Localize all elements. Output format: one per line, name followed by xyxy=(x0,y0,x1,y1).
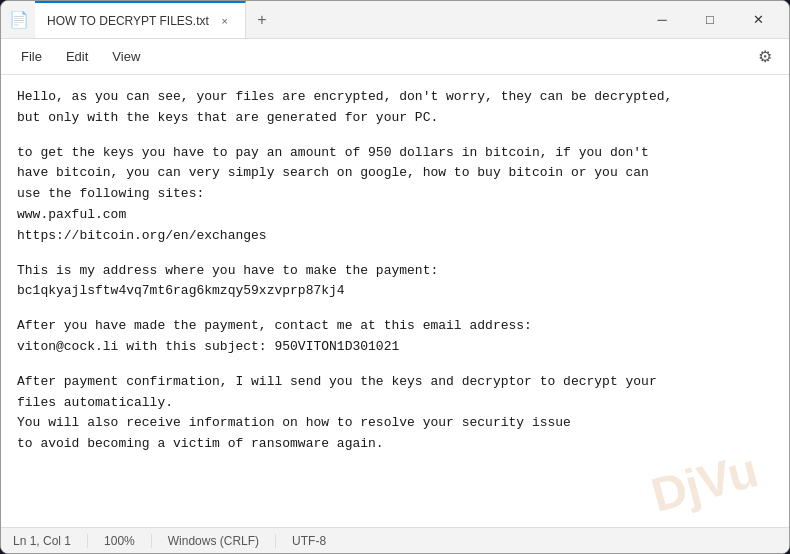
cursor-position: Ln 1, Col 1 xyxy=(13,534,88,548)
title-bar: 📄 HOW TO DECRYPT FILES.txt × + ─ □ ✕ xyxy=(1,1,789,39)
notepad-window: 📄 HOW TO DECRYPT FILES.txt × + ─ □ ✕ Fil… xyxy=(0,0,790,554)
minimize-button[interactable]: ─ xyxy=(639,1,685,39)
active-tab[interactable]: HOW TO DECRYPT FILES.txt × xyxy=(35,1,246,38)
paragraph-3: This is my address where you have to mak… xyxy=(17,261,773,303)
status-bar: Ln 1, Col 1 100% Windows (CRLF) UTF-8 xyxy=(1,527,789,553)
tab-close-button[interactable]: × xyxy=(217,13,233,29)
menu-edit[interactable]: Edit xyxy=(54,45,100,68)
paragraph-4: After you have made the payment, contact… xyxy=(17,316,773,358)
new-tab-button[interactable]: + xyxy=(246,1,278,38)
app-icon: 📄 xyxy=(9,10,29,30)
text-content-area[interactable]: Hello, as you can see, your files are en… xyxy=(1,75,789,527)
menu-file[interactable]: File xyxy=(9,45,54,68)
line-ending: Windows (CRLF) xyxy=(152,534,276,548)
tab-label: HOW TO DECRYPT FILES.txt xyxy=(47,14,209,28)
settings-icon[interactable]: ⚙ xyxy=(749,41,781,73)
close-button[interactable]: ✕ xyxy=(735,1,781,39)
paragraph-2: to get the keys you have to pay an amoun… xyxy=(17,143,773,247)
tab-area: HOW TO DECRYPT FILES.txt × + xyxy=(35,1,639,38)
zoom-level: 100% xyxy=(88,534,152,548)
menu-view[interactable]: View xyxy=(100,45,152,68)
window-controls: ─ □ ✕ xyxy=(639,1,781,39)
paragraph-1: Hello, as you can see, your files are en… xyxy=(17,87,773,129)
watermark: DjVu xyxy=(647,446,763,520)
menu-bar: File Edit View ⚙ xyxy=(1,39,789,75)
maximize-button[interactable]: □ xyxy=(687,1,733,39)
encoding: UTF-8 xyxy=(276,534,342,548)
paragraph-5: After payment confirmation, I will send … xyxy=(17,372,773,455)
